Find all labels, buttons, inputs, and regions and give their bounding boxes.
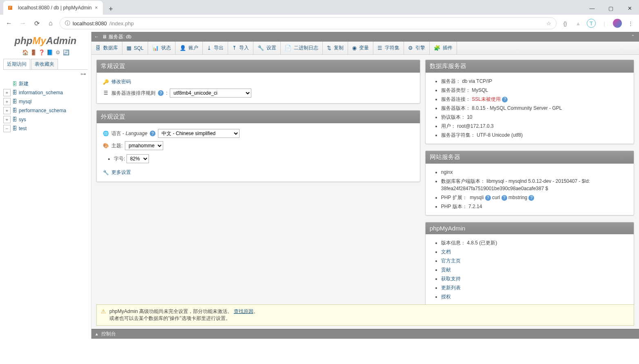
close-tab-icon[interactable]: × (95, 5, 98, 11)
divider: | (600, 19, 609, 28)
help-icon[interactable]: ? (501, 195, 507, 201)
breadcrumb-label[interactable]: 服务器: db (109, 33, 131, 40)
pma-link-support[interactable]: 获取支持 (441, 276, 461, 282)
expand-icon[interactable]: + (3, 98, 11, 105)
theme-select[interactable]: pmahomme (125, 141, 163, 150)
reload-button[interactable]: ⟳ (32, 18, 42, 28)
url-input[interactable]: ⓘ localhost:8080/index.php ☆ (60, 17, 557, 29)
close-window-button[interactable]: ✕ (620, 2, 639, 15)
var-tab-icon (352, 45, 357, 51)
tree-db[interactable]: + 🗄 mysql (3, 97, 88, 106)
breadcrumb-bar: ← 🖥 服务器: db ⌃ (91, 32, 639, 42)
tree-db[interactable]: − 🗄 test (3, 124, 88, 133)
collapse-topbar-icon[interactable]: ⌃ (628, 34, 637, 40)
theme-label: 主题: (111, 142, 122, 149)
db-icon: 🗄 (11, 108, 18, 113)
help-icon[interactable]: ? (502, 97, 508, 102)
logo[interactable]: phpMyAdmin (0, 32, 91, 47)
tab-database[interactable]: 数据库 (91, 42, 122, 54)
sql-docs-icon[interactable]: 📘 (47, 49, 53, 55)
main: ← 🖥 服务器: db ⌃ 数据库 SQL 状态 账户 导出 导入 设置 二进制… (91, 32, 639, 339)
tab-engines[interactable]: 引擎 (404, 42, 430, 54)
maximize-button[interactable]: ▢ (601, 2, 620, 15)
key-icon: 🔑 (102, 79, 109, 85)
profile-avatar[interactable] (613, 19, 622, 28)
expand-icon[interactable]: + (3, 89, 11, 96)
tab-export[interactable]: 导出 (203, 42, 228, 54)
sql-tab-icon (126, 45, 131, 51)
list-icon: ☰ (102, 90, 109, 96)
help-icon[interactable]: ? (528, 195, 534, 201)
link-icon[interactable]: ⊶ (80, 71, 86, 77)
back-button[interactable]: ← (4, 18, 14, 28)
browser-tab-bar: 🅿 localhost:8080 / db | phpMyAdmin × + —… (0, 0, 639, 15)
breadcrumb-arrow-icon[interactable]: ← (93, 34, 100, 40)
settings-icon[interactable]: ⚙ (55, 49, 61, 55)
app-root: phpMyAdmin 🏠 🚪 ❓ 📘 ⚙ 🔄 近期访问 表收藏夹 ⊶ 🗄 新建 … (0, 32, 639, 339)
pma-link-contribute[interactable]: 贡献 (441, 267, 451, 273)
expand-icon[interactable]: + (3, 116, 11, 123)
reload-nav-icon[interactable]: 🔄 (63, 49, 69, 55)
notice-link[interactable]: 查找原因 (234, 309, 253, 314)
help-icon[interactable]: ? (150, 131, 155, 136)
logout-icon[interactable]: 🚪 (30, 49, 37, 55)
sidebar-tab-recent[interactable]: 近期访问 (3, 59, 30, 69)
extension-icon-1[interactable]: ▲ (574, 19, 583, 28)
docs-icon[interactable]: ❓ (38, 49, 45, 55)
db-tab-icon (95, 45, 101, 51)
plugin-tab-icon (434, 45, 440, 51)
binlog-tab-icon (285, 45, 291, 51)
tab-status[interactable]: 状态 (148, 42, 175, 54)
browser-tab[interactable]: 🅿 localhost:8080 / db | phpMyAdmin × (3, 1, 103, 15)
favicon-icon: 🅿 (8, 4, 15, 11)
console-bar[interactable]: ▲ 控制台 (91, 329, 639, 339)
import-tab-icon (232, 45, 237, 51)
sidebar-tab-favorites[interactable]: 表收藏夹 (31, 59, 58, 69)
bookmark-icon[interactable]: ☆ (546, 20, 551, 27)
change-password-link[interactable]: 修改密码 (111, 78, 131, 85)
language-select[interactable]: 中文 - Chinese simplified (158, 129, 240, 138)
extension-icon-2[interactable]: T (587, 19, 596, 28)
expand-icon[interactable]: + (3, 107, 11, 114)
db-icon: 🗄 (11, 126, 18, 131)
tree-db[interactable]: + 🗄 information_schema (3, 88, 88, 97)
minimize-button[interactable]: — (583, 2, 601, 15)
sidebar-tabs: 近期访问 表收藏夹 (3, 59, 88, 70)
pma-link-changes[interactable]: 更新列表 (441, 285, 461, 291)
braces-icon[interactable]: {} (561, 19, 570, 28)
site-info-icon[interactable]: ⓘ (65, 20, 70, 27)
panel-title: 数据库服务器 (426, 60, 634, 73)
url-host: localhost:8080 (73, 20, 107, 27)
main-tabs: 数据库 SQL 状态 账户 导出 导入 设置 二进制日志 复制 变量 字符集 引… (91, 42, 639, 55)
panel-webserver: 网站服务器 nginx 数据库客户端版本： libmysql - mysqlnd… (425, 151, 634, 215)
home-button[interactable]: ⌂ (46, 18, 55, 28)
tab-settings[interactable]: 设置 (253, 42, 281, 54)
help-icon[interactable]: ? (158, 90, 164, 96)
home-icon[interactable]: 🏠 (22, 49, 29, 55)
forward-button[interactable]: → (18, 18, 28, 28)
more-settings-link[interactable]: 更多设置 (111, 169, 131, 176)
menu-icon[interactable]: ⋮ (626, 19, 635, 28)
pma-link-home[interactable]: 官方主页 (441, 258, 461, 264)
tree-db[interactable]: + 🗄 performance_schema (3, 106, 88, 115)
tab-binlog[interactable]: 二进制日志 (281, 42, 323, 54)
tab-replication[interactable]: 复制 (323, 42, 348, 54)
fontsize-select[interactable]: 82% (126, 154, 149, 163)
pma-link-license[interactable]: 授权 (441, 294, 451, 300)
tab-import[interactable]: 导入 (228, 42, 253, 54)
console-toggle-icon[interactable]: ▲ (95, 332, 99, 336)
tree-db[interactable]: + 🗄 sys (3, 115, 88, 124)
pma-link-docs[interactable]: 文档 (441, 249, 451, 255)
tree-new[interactable]: 🗄 新建 (3, 80, 88, 88)
collation-select[interactable]: utf8mb4_unicode_ci (170, 89, 251, 98)
tab-plugins[interactable]: 插件 (430, 42, 457, 54)
warning-icon: ⚠ (101, 308, 106, 315)
new-tab-button[interactable]: + (105, 3, 117, 15)
tab-accounts[interactable]: 账户 (175, 42, 203, 54)
tab-sql[interactable]: SQL (122, 42, 148, 54)
collapse-icon[interactable]: − (3, 125, 11, 132)
panel-dbserver: 数据库服务器 服务器： db via TCP/IP 服务器类型： MySQL 服… (425, 60, 634, 144)
tab-variables[interactable]: 变量 (348, 42, 373, 54)
help-icon[interactable]: ? (485, 195, 491, 201)
tab-charsets[interactable]: 字符集 (373, 42, 404, 54)
